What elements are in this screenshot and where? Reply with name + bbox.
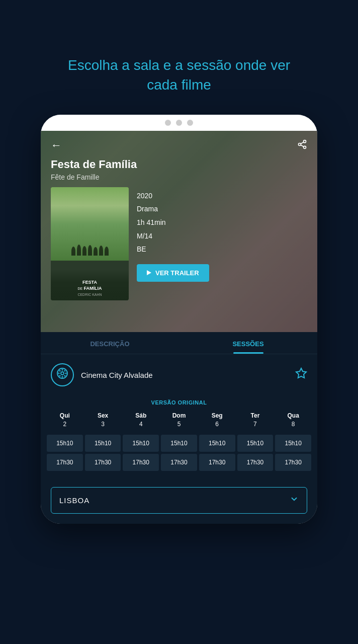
time-0-1[interactable]: 15h10 bbox=[85, 435, 121, 452]
notch-dot-3 bbox=[187, 120, 193, 126]
share-button[interactable] bbox=[297, 139, 307, 152]
phone-notch bbox=[41, 115, 317, 131]
svg-point-11 bbox=[59, 370, 61, 372]
svg-point-7 bbox=[62, 369, 63, 371]
cinema-row: Cinema City Alvalade bbox=[41, 354, 317, 395]
notch-dot-2 bbox=[176, 120, 182, 126]
time-0-0[interactable]: 15h10 bbox=[47, 435, 83, 452]
schedule-table: Qui 2 Sex 3 Sáb 4 Dom 5 Seg 6 bbox=[41, 409, 317, 481]
time-1-5[interactable]: 17h30 bbox=[237, 454, 274, 471]
movie-title-section: Festa de Família Fête de Famille bbox=[41, 156, 317, 187]
play-icon bbox=[147, 270, 151, 275]
day-3: Dom 5 bbox=[161, 409, 197, 432]
city-selector-wrapper: LISBOA bbox=[41, 481, 317, 524]
hero-topbar: ← bbox=[41, 131, 317, 156]
svg-line-4 bbox=[301, 142, 304, 143]
movie-country: BE bbox=[137, 243, 307, 256]
notch-dot-1 bbox=[165, 120, 171, 126]
time-1-1[interactable]: 17h30 bbox=[85, 454, 121, 471]
tab-description[interactable]: DESCRIÇÃO bbox=[41, 332, 179, 354]
time-0-5[interactable]: 15h10 bbox=[237, 435, 274, 452]
film-reel-icon bbox=[56, 367, 68, 382]
day-0: Qui 2 bbox=[47, 409, 83, 432]
movie-poster: Festade Família CEDRIC KAHN bbox=[51, 187, 129, 300]
movie-genre: Drama bbox=[137, 202, 307, 216]
tab-sessions[interactable]: SESSÕES bbox=[179, 332, 317, 354]
day-1: Sex 3 bbox=[85, 409, 121, 432]
cinema-icon-circle bbox=[51, 363, 74, 386]
svg-point-13 bbox=[59, 375, 61, 377]
times-row-2: 17h30 17h30 17h30 17h30 17h30 17h30 17h3… bbox=[47, 454, 311, 471]
movie-details: 2020 Drama 1h 41min M/14 BE VER TRAILER bbox=[137, 187, 307, 282]
time-0-6[interactable]: 15h10 bbox=[275, 435, 311, 452]
trailer-label: VER TRAILER bbox=[155, 269, 199, 277]
movie-subtitle: Fête de Famille bbox=[51, 173, 307, 181]
poster-overlay: Festade Família CEDRIC KAHN bbox=[51, 270, 129, 300]
day-4: Seg 6 bbox=[199, 409, 235, 432]
phone-screen: ← Festa de Família Fête de Famille bbox=[41, 131, 317, 524]
svg-line-3 bbox=[301, 145, 304, 146]
poster-title: Festade Família bbox=[55, 280, 125, 291]
tabs-row: DESCRIÇÃO SESSÕES bbox=[41, 332, 317, 354]
version-label: VERSÃO ORIGINAL bbox=[41, 395, 317, 409]
svg-point-14 bbox=[64, 370, 65, 372]
poster-credits: CEDRIC KAHN bbox=[55, 293, 125, 296]
chevron-down-icon bbox=[290, 495, 299, 506]
time-0-2[interactable]: 15h10 bbox=[123, 435, 159, 452]
header-title: Escolha a sala e a sessão onde ver cada … bbox=[38, 55, 320, 95]
city-name: LISBOA bbox=[59, 496, 89, 505]
time-1-4[interactable]: 17h30 bbox=[199, 454, 235, 471]
time-0-3[interactable]: 15h10 bbox=[161, 435, 197, 452]
favorite-button[interactable] bbox=[295, 367, 307, 382]
times-row-1: 15h10 15h10 15h10 15h10 15h10 15h10 15h1… bbox=[47, 435, 311, 452]
movie-hero: ← Festa de Família Fête de Famille bbox=[41, 131, 317, 332]
day-5: Ter 7 bbox=[237, 409, 274, 432]
day-6: Qua 8 bbox=[275, 409, 311, 432]
cinema-name: Cinema City Alvalade bbox=[81, 371, 153, 379]
time-0-4[interactable]: 15h10 bbox=[199, 435, 235, 452]
time-1-0[interactable]: 17h30 bbox=[47, 454, 83, 471]
movie-year: 2020 bbox=[137, 189, 307, 203]
poster-scene bbox=[51, 187, 129, 261]
time-1-3[interactable]: 17h30 bbox=[161, 454, 197, 471]
svg-point-8 bbox=[62, 376, 63, 378]
movie-info-block: 2020 Drama 1h 41min M/14 BE bbox=[137, 187, 307, 256]
back-button[interactable]: ← bbox=[51, 139, 62, 152]
svg-point-10 bbox=[65, 373, 67, 374]
svg-point-9 bbox=[58, 373, 60, 374]
movie-duration: 1h 41min bbox=[137, 216, 307, 229]
trailer-button[interactable]: VER TRAILER bbox=[137, 264, 209, 282]
svg-point-6 bbox=[61, 372, 64, 375]
time-1-6[interactable]: 17h30 bbox=[275, 454, 311, 471]
city-selector[interactable]: LISBOA bbox=[51, 487, 307, 514]
cinema-info: Cinema City Alvalade bbox=[51, 363, 153, 386]
movie-title: Festa de Família bbox=[51, 158, 307, 171]
days-row: Qui 2 Sex 3 Sáb 4 Dom 5 Seg 6 bbox=[47, 409, 311, 432]
svg-point-12 bbox=[64, 375, 65, 377]
movie-rating: M/14 bbox=[137, 229, 307, 243]
svg-marker-15 bbox=[296, 368, 306, 378]
time-1-2[interactable]: 17h30 bbox=[123, 454, 159, 471]
day-2: Sáb 4 bbox=[123, 409, 159, 432]
phone-mockup: ← Festa de Família Fête de Famille bbox=[41, 115, 317, 524]
movie-content-row: Festade Família CEDRIC KAHN 2020 Drama 1… bbox=[41, 187, 317, 300]
